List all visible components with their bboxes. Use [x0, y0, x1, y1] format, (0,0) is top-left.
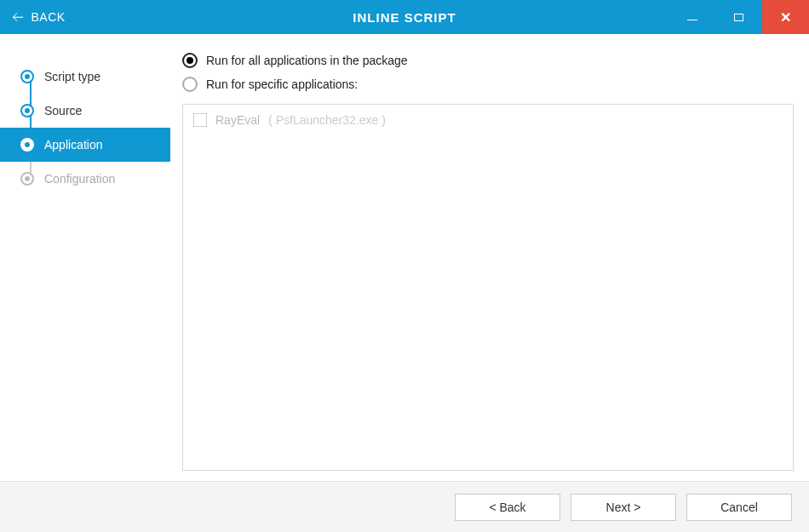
step-script-type[interactable]: Script type: [0, 60, 170, 94]
minimize-button[interactable]: [668, 0, 715, 34]
app-checkbox[interactable]: [193, 113, 207, 127]
back-button[interactable]: < Back: [455, 494, 560, 521]
back-arrow-icon: 🡠: [12, 11, 25, 23]
minimize-icon: [687, 20, 697, 20]
app-name: RayEval: [215, 113, 260, 127]
step-bullet-icon: [20, 138, 34, 152]
radio-label: Run for all applications in the package: [206, 54, 408, 67]
back-label: BACK: [32, 10, 66, 24]
step-application[interactable]: Application: [0, 128, 170, 162]
application-item: RayEval ( PsfLauncher32.exe ): [193, 113, 783, 127]
main-panel: Run for all applications in the package …: [170, 34, 809, 481]
radio-run-specific[interactable]: Run for specific applications:: [182, 77, 794, 92]
step-label: Source: [44, 104, 82, 117]
window-title: INLINE SCRIPT: [353, 10, 456, 25]
maximize-icon: [734, 14, 743, 21]
radio-icon: [182, 77, 198, 92]
step-configuration[interactable]: Configuration: [0, 162, 170, 196]
step-bullet-icon: [20, 172, 34, 186]
step-label: Application: [44, 138, 103, 152]
window-controls: ✕: [668, 0, 809, 34]
maximize-button[interactable]: [715, 0, 762, 34]
step-label: Script type: [44, 70, 100, 83]
titlebar: 🡠 BACK INLINE SCRIPT ✕: [0, 0, 809, 34]
step-label: Configuration: [44, 172, 115, 186]
wizard-sidebar: Script type Source Application Configura…: [0, 34, 170, 481]
body: Script type Source Application Configura…: [0, 34, 809, 481]
radio-icon: [182, 53, 198, 68]
step-list: Script type Source Application Configura…: [0, 60, 170, 196]
cancel-button[interactable]: Cancel: [686, 494, 792, 521]
step-bullet-icon: [20, 70, 34, 83]
app-exe: ( PsfLauncher32.exe ): [268, 113, 386, 127]
back-link[interactable]: 🡠 BACK: [0, 10, 66, 24]
radio-run-all[interactable]: Run for all applications in the package: [182, 53, 794, 68]
radio-label: Run for specific applications:: [206, 77, 358, 91]
application-list: RayEval ( PsfLauncher32.exe ): [182, 104, 794, 471]
close-icon: ✕: [780, 9, 791, 26]
wizard-footer: < Back Next > Cancel: [0, 481, 809, 532]
step-source[interactable]: Source: [0, 94, 170, 128]
close-button[interactable]: ✕: [762, 0, 809, 34]
radio-dot-icon: [186, 57, 193, 64]
step-bullet-icon: [20, 104, 34, 117]
next-button[interactable]: Next >: [571, 494, 676, 521]
